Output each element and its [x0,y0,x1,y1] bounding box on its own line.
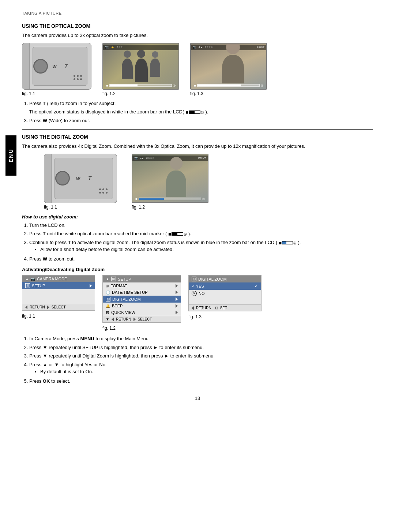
select-right-arrow2 [133,318,136,321]
menu-fig-1-1-caption: fig. 1.1 [22,314,35,319]
setup-arrow [90,284,92,288]
camera-icon: 📷 [31,277,35,281]
dz-return-left-arrow [192,306,194,310]
format-arrow [176,284,178,288]
setup-label: SETUP [32,284,45,288]
no-item[interactable]: ✕ NO [189,290,261,297]
setup-header-up-arrow: ▲ [106,277,109,281]
figure-1-3: 📷4▲3☆☆☆PRINT ◼ [190,43,267,96]
no-item-left: ✕ NO [192,291,205,296]
beep-arrow [176,304,178,308]
setup-icon: ⊞ [25,283,30,288]
menu-fig-1-3-caption: fig. 1.3 [188,314,202,319]
camera-mode-header: ▲ 📷 CAMERA MODE [22,276,95,282]
datetime-item[interactable]: 🕐 DATE/TIME SETUP [103,289,181,296]
select-label2: SELECT [138,317,152,321]
return-label: RETURN [30,305,45,309]
side-tab: ENU [5,135,16,176]
quickview-arrow [176,311,178,314]
camera-mode-menu: ▲ 📷 CAMERA MODE ⊞ SETUP RETU [22,275,95,311]
select-right-arrow [47,306,49,309]
beep-icon: 🔔 [106,304,110,308]
how-to-step-3: Continue to press T to activate the digi… [29,239,373,253]
dz-figure-1-2: 📷4▲3☆☆☆PRINT ◼ ◎ [132,154,208,210]
how-to-step-1: Turn the LCD on. [29,222,373,229]
menu-fig-1-2: ▲ ⊞ SETUP ⊞ FORMAT 🕐 DA [102,275,181,331]
digital-zoom-arrow [176,297,178,301]
dz-figure-1-1: wT fig. 1.1 [44,154,117,210]
optical-zoom-figures: wT fig. 1 [22,43,373,96]
how-to-step-3-bullets: Allow for a short delay before the digit… [40,246,373,253]
setup-header-icon: ⊞ [111,277,116,281]
menu-fig-1-3: ⊡ DIGITAL ZOOM ✓ YES ✓ ✕ NO [188,275,262,319]
instr-5: Press OK to select. [29,378,373,385]
digital-zoom-item[interactable]: ⊡ DIGITAL ZOOM [103,296,181,303]
digital-zoom-submenu: ⊡ DIGITAL ZOOM ✓ YES ✓ ✕ NO [188,275,262,311]
menu-fig-1-2-caption: fig. 1.2 [102,326,116,331]
dz-header: ⊡ DIGITAL ZOOM [189,276,261,282]
figure-1-2: 📷⚡3☆☆ [102,43,179,96]
format-item-left: ⊞ FORMAT [106,284,127,288]
section-divider [22,129,373,130]
digital-zoom-intro: The camera also provides 4x Digital Zoom… [22,143,373,150]
menu-figures-row: ▲ 📷 CAMERA MODE ⊞ SETUP RETU [22,275,373,331]
page-header: TAKING A PICTURE [22,11,373,17]
datetime-arrow [176,291,178,294]
format-item[interactable]: ⊞ FORMAT [103,282,181,289]
quickview-item[interactable]: 🖼 QUICK VIEW [103,309,181,316]
zoom-icon-white: ◼ ◎ [185,109,204,115]
how-to-step-4: Press W to zoom out. [29,255,373,263]
empty-space-2 [189,297,261,304]
step-2: Press W (Wide) to zoom out. [29,117,373,124]
dz-header-label: DIGITAL ZOOM [198,277,227,281]
setup-header-label: SETUP [118,277,131,281]
activating-instructions: In Camera Mode, press MENU to display th… [29,335,373,385]
format-icon: ⊞ [106,284,109,288]
camera-mode-label: CAMERA MODE [37,277,67,281]
datetime-icon: 🕐 [106,291,110,295]
dz-header-icon: ⊡ [192,277,196,281]
setup-footer: ▼ RETURN SELECT [103,316,181,322]
page-number: 13 [22,396,373,401]
fig-1-1-caption: fig. 1.1 [22,91,35,96]
section-digital-zoom: USING THE DIGITAL ZOOM The camera also p… [22,129,373,385]
zoom-icon-mid: ◼ ◎ [168,231,187,237]
digital-zoom-item-left: ⊡ DIGITAL ZOOM [106,297,141,301]
how-to-title: How to use digital zoom: [22,214,373,220]
instr-2: Press ▼ repeatedly until SETUP is highli… [29,344,373,351]
setup-menu-item[interactable]: ⊞ SETUP [22,282,95,289]
instr-4-bullets: By default, it is set to On. [40,368,373,375]
optical-zoom-title: USING THE OPTICAL ZOOM [22,23,373,29]
no-label: NO [199,291,205,296]
optical-zoom-intro: The camera provides up to 3x optical zoo… [22,32,373,39]
digital-zoom-figures: wT fig. 1.1 [44,154,373,210]
step-1: Press T (Tele) to zoom in to your subjec… [29,100,373,107]
bullet-delay: Allow for a short delay before the digit… [40,246,373,253]
yes-label: ✓ YES [192,284,204,289]
quickview-icon: 🖼 [106,311,109,315]
how-to-step-2: Press T until the white optical zoom bar… [29,230,373,237]
quickview-label: QUICK VIEW [111,310,135,315]
setup-item-left: ⊞ SETUP [25,283,45,288]
ok-icon: ⊡ [215,306,218,310]
yes-checkmark: ✓ [255,284,258,289]
select-label: SELECT [52,305,66,309]
section-optical-zoom: USING THE OPTICAL ZOOM The camera provid… [22,23,373,124]
menu-fig-1-1: ▲ 📷 CAMERA MODE ⊞ SETUP RETU [22,275,95,319]
dz-fig-1-1-caption: fig. 1.1 [44,205,57,210]
footer-down-arrow: ▼ [106,317,109,321]
camera-mode-footer: RETURN SELECT [22,304,95,310]
return-label2: RETURN [116,317,131,321]
step-1b: The optical zoom status is displayed in … [23,108,373,116]
beep-item[interactable]: 🔔 BEEP [103,303,181,309]
datetime-label: DATE/TIME SETUP [112,290,148,295]
format-label: FORMAT [110,284,127,288]
yes-item[interactable]: ✓ YES ✓ [189,282,261,290]
optical-zoom-steps: Press T (Tele) to zoom in to your subjec… [29,100,373,124]
setup-header: ▲ ⊞ SETUP [103,276,181,282]
dz-set-label: SET [220,306,227,310]
header-up-arrow: ▲ [25,277,29,281]
beep-item-left: 🔔 BEEP [106,304,123,308]
dz-footer: RETURN ⊡ SET [189,304,261,311]
empty-space-1 [22,289,95,304]
